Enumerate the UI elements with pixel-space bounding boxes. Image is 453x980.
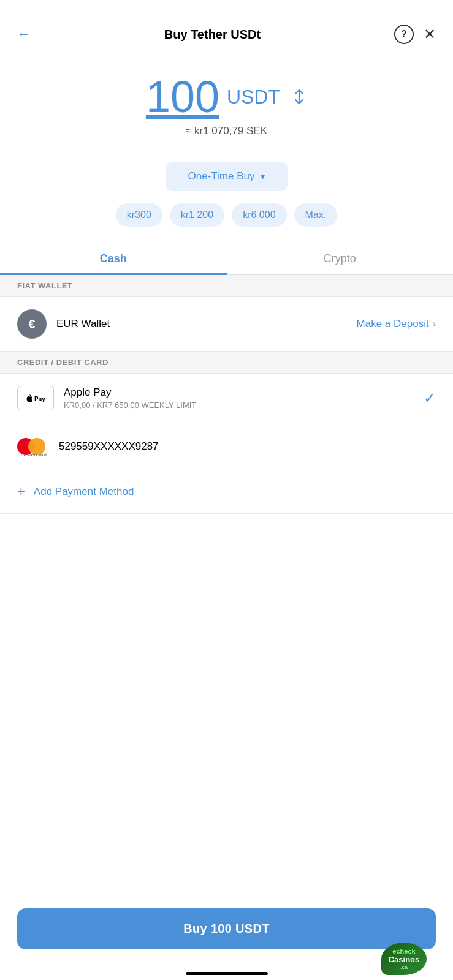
tab-cash[interactable]: Cash — [0, 244, 227, 274]
amount-value[interactable]: 100 — [146, 75, 219, 119]
apple-pay-text: Apple Pay KR0,00 / KR7 650,00 WEEKLY LIM… — [64, 386, 196, 410]
tab-crypto[interactable]: Crypto — [227, 244, 454, 274]
apple-pay-limit: KR0,00 / KR7 650,00 WEEKLY LIMIT — [64, 401, 196, 410]
close-button[interactable]: ✕ — [424, 26, 436, 43]
mastercard-number: 529559XXXXXX9287 — [59, 440, 159, 453]
eur-wallet-label: EUR Wallet — [56, 318, 110, 330]
add-icon: + — [17, 484, 25, 500]
swap-button[interactable] — [291, 89, 307, 105]
amount-currency: USDT — [227, 86, 280, 108]
apple-pay-item[interactable]: Pay Apple Pay KR0,00 / KR7 650,00 WEEKLY… — [0, 374, 453, 423]
amount-row: 100 USDT — [17, 75, 436, 119]
buy-type-row: One-Time Buy ▾ — [17, 162, 436, 191]
header: ← Buy Tether USDt ? ✕ — [0, 0, 453, 56]
tabs: Cash Crypto — [0, 244, 453, 275]
amount-section: 100 USDT ≈ kr1 070,79 SEK — [0, 56, 453, 149]
back-button[interactable]: ← — [17, 26, 31, 42]
mastercard-icon: mastercard — [17, 435, 49, 458]
main-content: ← Buy Tether USDt ? ✕ 100 USDT ≈ kr1 0 — [0, 0, 453, 980]
echeck-watermark: echeck Casinos .ca — [355, 937, 453, 980]
checkmark-icon: ✓ — [424, 390, 436, 407]
quick-amounts: kr300 kr1 200 kr6 000 Max. — [0, 203, 453, 227]
header-icons: ? ✕ — [394, 24, 436, 44]
svg-text:Pay: Pay — [34, 396, 45, 402]
add-payment-label: Add Payment Method — [34, 486, 134, 498]
fiat-equivalent: ≈ kr1 070,79 SEK — [17, 125, 436, 137]
quick-amount-1[interactable]: kr1 200 — [170, 203, 224, 227]
page-title: Buy Tether USDt — [164, 28, 261, 42]
add-payment-method[interactable]: + Add Payment Method — [0, 470, 453, 514]
help-button[interactable]: ? — [394, 24, 414, 44]
buy-type-selector[interactable]: One-Time Buy ▾ — [166, 162, 288, 191]
help-icon: ? — [394, 24, 414, 44]
chevron-right-icon: › — [433, 318, 436, 330]
eur-icon: € — [17, 309, 47, 339]
quick-amount-3[interactable]: Max. — [294, 203, 338, 227]
quick-amount-2[interactable]: kr6 000 — [232, 203, 286, 227]
quick-amount-0[interactable]: kr300 — [116, 203, 162, 227]
apple-pay-label: Apple Pay — [64, 386, 196, 399]
buy-type-label: One-Time Buy — [188, 170, 255, 183]
mastercard-item[interactable]: mastercard 529559XXXXXX9287 — [0, 423, 453, 470]
apple-pay-icon: Pay — [17, 386, 54, 410]
card-section-header: CREDIT / DEBIT CARD — [0, 352, 453, 374]
fiat-wallet-header: FIAT WALLET — [0, 275, 453, 297]
home-indicator — [186, 972, 268, 975]
make-deposit-label: Make a Deposit — [357, 318, 429, 330]
eur-wallet-item[interactable]: € EUR Wallet Make a Deposit › — [0, 297, 453, 352]
chevron-down-icon: ▾ — [261, 172, 265, 181]
make-deposit-action[interactable]: Make a Deposit › — [357, 318, 436, 330]
